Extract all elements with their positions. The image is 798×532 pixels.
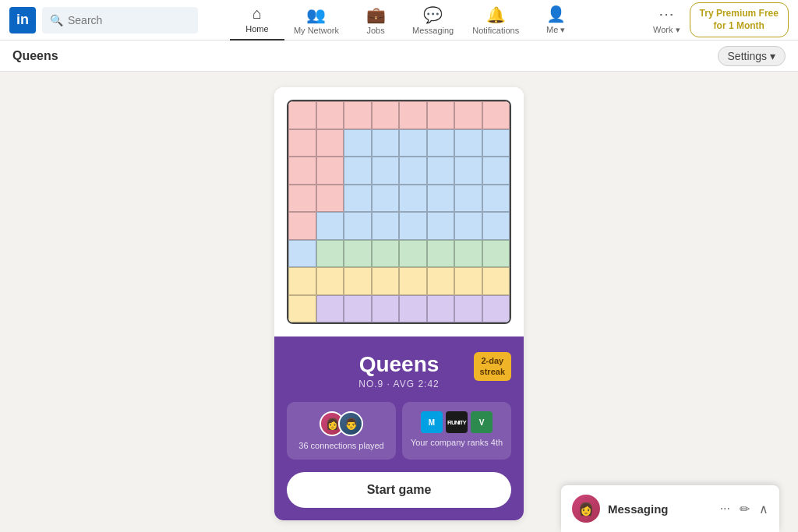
- grid-cell[interactable]: [288, 157, 316, 185]
- grid-cell[interactable]: [316, 185, 344, 213]
- grid-cell[interactable]: [454, 185, 482, 213]
- grid-cell[interactable]: [316, 267, 344, 295]
- grid-cell[interactable]: [454, 101, 482, 129]
- linkedin-logo[interactable]: in: [9, 7, 36, 33]
- home-icon: ⌂: [252, 5, 262, 23]
- nav-center: ⌂ Home 👥 My Network 💼 Jobs 💬 Messaging 🔔…: [230, 0, 583, 41]
- company-logo-3: V: [471, 411, 493, 433]
- grid-cell[interactable]: [399, 295, 427, 323]
- grid-cell[interactable]: [399, 212, 427, 240]
- grid-cell[interactable]: [372, 101, 400, 129]
- nav-item-notifications[interactable]: 🔔 Notifications: [463, 0, 528, 41]
- grid-cell[interactable]: [372, 240, 400, 268]
- game-title-row: Queens NO.9 · AVG 2:42 2-daystreak: [287, 352, 511, 389]
- grid-cell[interactable]: [288, 185, 316, 213]
- grid-cell[interactable]: [344, 240, 372, 268]
- connections-label: 36 connections played: [298, 441, 383, 450]
- grid-cell[interactable]: [372, 185, 400, 213]
- grid-cell[interactable]: [344, 212, 372, 240]
- grid-cell[interactable]: [482, 267, 510, 295]
- grid-cell[interactable]: [427, 267, 455, 295]
- grid-cell[interactable]: [427, 101, 455, 129]
- grid-cell[interactable]: [454, 157, 482, 185]
- premium-button[interactable]: Try Premium Freefor 1 Month: [690, 2, 789, 37]
- grid-cell[interactable]: [372, 212, 400, 240]
- grid-cell[interactable]: [482, 185, 510, 213]
- grid-cell[interactable]: [399, 267, 427, 295]
- search-bar[interactable]: 🔍: [42, 7, 198, 33]
- grid-cell[interactable]: [344, 267, 372, 295]
- grid-cell[interactable]: [454, 267, 482, 295]
- grid-cell[interactable]: [399, 101, 427, 129]
- grid-cell[interactable]: [482, 212, 510, 240]
- grid-cell[interactable]: [454, 212, 482, 240]
- sub-nav: Queens Settings ▾: [0, 41, 798, 72]
- grid-cell[interactable]: [372, 295, 400, 323]
- grid-cell[interactable]: [288, 212, 316, 240]
- settings-button[interactable]: Settings ▾: [718, 46, 786, 66]
- grid-cell[interactable]: [316, 129, 344, 157]
- top-nav: in 🔍 ⌂ Home 👥 My Network 💼 Jobs 💬 Messag…: [0, 0, 798, 41]
- company-stat: M RUNITY V Your company ranks 4th: [402, 402, 511, 460]
- grid-cell[interactable]: [399, 240, 427, 268]
- grid-cell[interactable]: [454, 295, 482, 323]
- nav-item-messaging[interactable]: 💬 Messaging: [403, 0, 463, 41]
- grid-cell[interactable]: [399, 129, 427, 157]
- messaging-icon: 💬: [423, 5, 443, 24]
- messaging-more-icon[interactable]: ···: [720, 502, 730, 516]
- company-label: Your company ranks 4th: [411, 438, 503, 447]
- nav-item-home[interactable]: ⌂ Home: [230, 0, 284, 41]
- grid-cell[interactable]: [344, 295, 372, 323]
- messaging-actions: ··· ✏ ∧: [720, 502, 768, 516]
- game-info-panel: Queens NO.9 · AVG 2:42 2-daystreak 👩 👨 3…: [274, 336, 524, 520]
- avatar-male: 👨: [338, 411, 363, 436]
- game-grid[interactable]: [287, 100, 511, 324]
- grid-cell[interactable]: [427, 212, 455, 240]
- grid-cell[interactable]: [288, 129, 316, 157]
- nav-item-work[interactable]: ⋯ Work ▾: [647, 0, 687, 41]
- grid-cell[interactable]: [482, 101, 510, 129]
- messaging-title: Messaging: [608, 502, 669, 516]
- grid-cell[interactable]: [427, 240, 455, 268]
- grid-cell[interactable]: [288, 240, 316, 268]
- grid-cell[interactable]: [482, 240, 510, 268]
- grid-cell[interactable]: [344, 185, 372, 213]
- company-logos: M RUNITY V: [421, 411, 493, 433]
- grid-cell[interactable]: [482, 157, 510, 185]
- grid-cell[interactable]: [316, 212, 344, 240]
- grid-cell[interactable]: [288, 295, 316, 323]
- grid-cell[interactable]: [427, 157, 455, 185]
- search-input[interactable]: [68, 14, 190, 26]
- grid-cell[interactable]: [427, 295, 455, 323]
- grid-cell[interactable]: [344, 157, 372, 185]
- grid-cell[interactable]: [316, 157, 344, 185]
- grid-cell[interactable]: [316, 101, 344, 129]
- grid-cell[interactable]: [454, 240, 482, 268]
- grid-cell[interactable]: [344, 101, 372, 129]
- game-grid-wrapper: [274, 87, 524, 336]
- grid-cell[interactable]: [344, 129, 372, 157]
- grid-cell[interactable]: [482, 129, 510, 157]
- grid-cell[interactable]: [288, 267, 316, 295]
- grid-cell[interactable]: [316, 240, 344, 268]
- grid-cell[interactable]: [316, 295, 344, 323]
- grid-cell[interactable]: [372, 157, 400, 185]
- connections-avatars: 👩 👨: [320, 411, 363, 436]
- start-game-button[interactable]: Start game: [287, 472, 511, 508]
- grid-cell[interactable]: [454, 129, 482, 157]
- grid-cell[interactable]: [288, 101, 316, 129]
- page-title: Queens: [12, 49, 58, 63]
- nav-item-my-network[interactable]: 👥 My Network: [284, 0, 348, 41]
- nav-item-me[interactable]: 👤 Me ▾: [528, 0, 583, 41]
- nav-item-jobs[interactable]: 💼 Jobs: [348, 0, 403, 41]
- grid-cell[interactable]: [372, 267, 400, 295]
- grid-cell[interactable]: [399, 157, 427, 185]
- messaging-compose-icon[interactable]: ✏: [740, 502, 750, 516]
- grid-cell[interactable]: [427, 129, 455, 157]
- grid-cell[interactable]: [399, 185, 427, 213]
- grid-cell[interactable]: [372, 129, 400, 157]
- notifications-icon: 🔔: [486, 5, 506, 24]
- grid-cell[interactable]: [427, 185, 455, 213]
- grid-cell[interactable]: [482, 295, 510, 323]
- messaging-collapse-icon[interactable]: ∧: [759, 502, 768, 516]
